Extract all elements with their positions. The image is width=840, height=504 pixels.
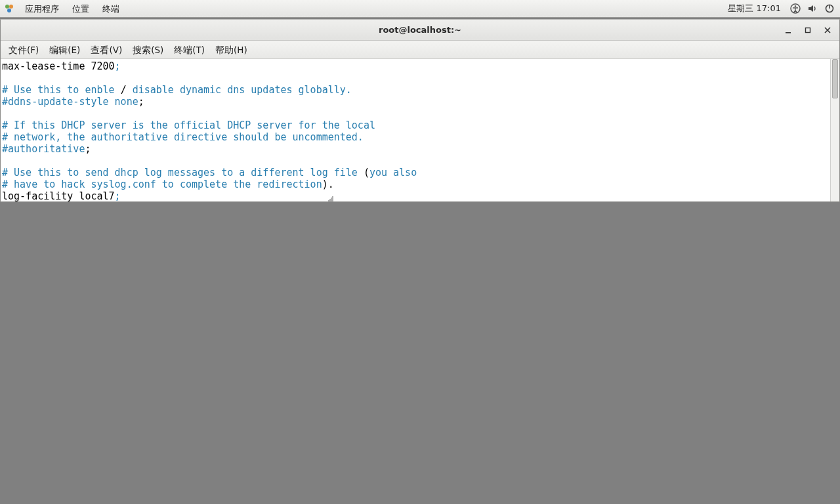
minimize-button[interactable] bbox=[779, 22, 797, 38]
menu-file[interactable]: 文件(F) bbox=[3, 41, 44, 59]
terminal-scrollbar[interactable] bbox=[830, 59, 839, 201]
panel-clock[interactable]: 星期三 17:01 bbox=[725, 3, 784, 14]
menu-help[interactable]: 帮助(H) bbox=[210, 41, 253, 59]
window-controls bbox=[779, 20, 837, 41]
svg-point-12 bbox=[329, 199, 331, 200]
svg-point-9 bbox=[332, 196, 333, 198]
accessibility-icon[interactable] bbox=[790, 3, 801, 14]
power-icon[interactable] bbox=[824, 3, 835, 14]
panel-right: 星期三 17:01 bbox=[725, 3, 840, 14]
svg-point-2 bbox=[7, 9, 11, 12]
volume-icon[interactable] bbox=[807, 3, 818, 14]
terminal-text: max-lease-time 7200; # Use this to enble… bbox=[2, 60, 838, 201]
svg-point-0 bbox=[5, 5, 9, 9]
svg-rect-8 bbox=[806, 28, 810, 33]
svg-rect-7 bbox=[786, 32, 791, 33]
menu-view[interactable]: 查看(V) bbox=[85, 41, 127, 59]
maximize-button[interactable] bbox=[799, 22, 817, 38]
svg-point-1 bbox=[9, 5, 13, 9]
resize-grip-icon[interactable] bbox=[327, 192, 335, 200]
svg-point-17 bbox=[331, 200, 332, 201]
terminal-window: root@localhost:~ 文件(F) 编辑(E) 查看(V) 搜索(S)… bbox=[0, 19, 840, 202]
terminal-menubar: 文件(F) 编辑(E) 查看(V) 搜索(S) 终端(T) 帮助(H) bbox=[1, 41, 839, 59]
scrollbar-thumb[interactable] bbox=[832, 59, 838, 98]
gnome-top-panel: 应用程序 位置 终端 星期三 17:01 bbox=[0, 0, 840, 18]
panel-menu-terminal[interactable]: 终端 bbox=[96, 0, 126, 18]
svg-point-16 bbox=[329, 200, 331, 201]
window-title: root@localhost:~ bbox=[1, 25, 839, 35]
panel-menu-places[interactable]: 位置 bbox=[66, 0, 96, 18]
svg-point-14 bbox=[332, 199, 333, 200]
svg-point-10 bbox=[331, 198, 332, 199]
svg-point-4 bbox=[795, 5, 797, 7]
panel-menu-applications[interactable]: 应用程序 bbox=[18, 0, 66, 18]
close-button[interactable] bbox=[818, 22, 837, 38]
menu-search[interactable]: 搜索(S) bbox=[127, 41, 169, 59]
activities-icon[interactable] bbox=[4, 3, 14, 14]
menu-edit[interactable]: 编辑(E) bbox=[44, 41, 85, 59]
svg-point-18 bbox=[332, 200, 333, 201]
svg-point-11 bbox=[332, 198, 333, 199]
window-titlebar[interactable]: root@localhost:~ bbox=[1, 20, 839, 41]
panel-left: 应用程序 位置 终端 bbox=[0, 0, 126, 18]
terminal-viewport[interactable]: max-lease-time 7200; # Use this to enble… bbox=[1, 59, 839, 201]
menu-terminal[interactable]: 终端(T) bbox=[169, 41, 210, 59]
svg-point-15 bbox=[328, 200, 329, 201]
svg-point-13 bbox=[331, 199, 332, 200]
